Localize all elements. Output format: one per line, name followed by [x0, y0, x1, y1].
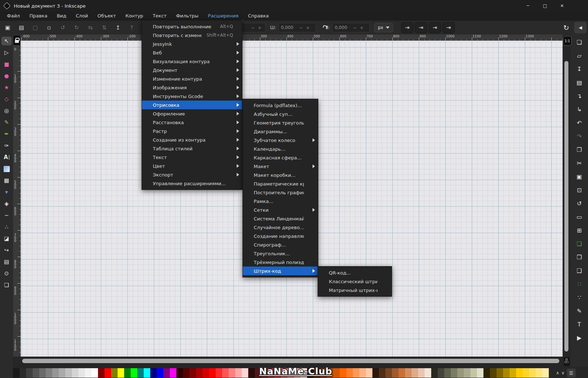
menu-item[interactable]: Цвет — [142, 162, 242, 170]
toolbox-tool-icon[interactable]: ◇ — [1, 95, 12, 103]
menubar-item[interactable]: Справка — [243, 12, 273, 21]
menu-item[interactable]: Экспорт — [142, 170, 242, 179]
height-spinbox[interactable]: 0,000 − + — [332, 23, 370, 32]
palette-swatch[interactable] — [137, 368, 144, 378]
toolbox-tool-icon[interactable]: ↪ — [1, 246, 12, 255]
menu-item[interactable]: Построитель графиков... — [243, 188, 318, 197]
palette-swatch[interactable] — [418, 368, 425, 378]
palette-swatch[interactable] — [483, 368, 490, 378]
lock-guides-button[interactable] — [13, 35, 21, 46]
toolbox-tool-icon[interactable]: ✎ — [1, 118, 12, 127]
toolbox-tool-icon[interactable]: ★ — [1, 83, 12, 92]
close-button[interactable]: ✕ — [554, 0, 571, 12]
palette-swatch[interactable] — [111, 368, 118, 378]
spin-plus-icon[interactable]: + — [256, 25, 263, 31]
palette-swatch[interactable] — [248, 368, 255, 378]
palette-swatch[interactable] — [470, 368, 477, 378]
palette-swatch[interactable] — [431, 368, 438, 378]
palette-swatch[interactable] — [189, 368, 196, 378]
menu-item[interactable]: Создание из контура — [142, 135, 242, 144]
color-management-icon[interactable] — [564, 357, 570, 366]
tool-option-button-icon[interactable]: ↻ — [72, 23, 81, 32]
palette-swatch[interactable] — [529, 368, 536, 378]
palette-swatch[interactable] — [52, 368, 59, 378]
command-button-icon[interactable]: ↴ — [575, 92, 584, 100]
command-button-icon[interactable]: ❑ — [575, 267, 584, 275]
tool-option-button-icon[interactable]: ▤ — [17, 23, 26, 32]
toolbox-tool-icon[interactable]: ◪ — [1, 234, 12, 243]
menu-item[interactable]: Отрисовка — [142, 101, 242, 109]
palette-swatch[interactable] — [444, 368, 451, 378]
transform-toggle-icon[interactable]: ⇥ — [429, 22, 441, 33]
palette-swatch[interactable] — [216, 368, 222, 378]
palette-swatch[interactable] — [144, 368, 150, 378]
palette-swatch[interactable] — [399, 368, 405, 378]
tool-option-button-icon[interactable]: ⇆ — [86, 23, 95, 32]
command-button-icon[interactable]: ▭ — [575, 213, 584, 221]
toolbox-tool-icon[interactable]: ⊙ — [1, 269, 12, 278]
palette-swatch[interactable] — [242, 368, 248, 378]
palette-swatch[interactable] — [425, 368, 431, 378]
collapse-panel-button[interactable]: ◀ — [574, 22, 587, 33]
menu-item[interactable]: QR-код... — [318, 268, 392, 277]
menu-item[interactable]: Повторить с изменениями... Shift+Alt+Q — [142, 31, 242, 40]
menu-item[interactable]: Изменение контура — [142, 74, 242, 83]
palette-swatch[interactable] — [183, 368, 189, 378]
tool-option-button-icon[interactable]: ▣ — [3, 23, 12, 32]
palette-swatch[interactable] — [477, 368, 483, 378]
spin-minus-icon[interactable]: − — [351, 25, 358, 31]
menu-item[interactable]: Расстановка — [142, 118, 242, 127]
command-button-icon[interactable]: ▣ — [575, 172, 584, 180]
palette-swatch[interactable] — [222, 368, 229, 378]
palette-swatch[interactable] — [451, 368, 457, 378]
menu-item[interactable]: Макет — [243, 162, 318, 171]
menubar-item[interactable]: Слой — [71, 12, 93, 21]
minimize-button[interactable]: ─ — [519, 0, 536, 12]
palette-swatch[interactable] — [346, 368, 353, 378]
menu-item[interactable]: Сетки — [243, 206, 318, 214]
width-value[interactable]: 0,000 — [281, 25, 298, 30]
spin-plus-icon[interactable]: + — [358, 25, 365, 31]
toolbox-tool-icon[interactable]: ▾ — [1, 188, 12, 196]
width-spinbox[interactable]: 0,000 − + — [278, 23, 316, 32]
command-button-icon[interactable]: ❐ — [575, 146, 584, 154]
command-button-icon[interactable]: T — [575, 320, 584, 328]
command-button-icon[interactable]: ▤ — [575, 78, 584, 86]
palette-swatch[interactable] — [516, 368, 523, 378]
menu-item[interactable]: Азбучный суп... — [243, 110, 318, 118]
palette-swatch[interactable] — [412, 368, 418, 378]
palette-swatch[interactable] — [196, 368, 203, 378]
palette-swatch[interactable] — [523, 368, 529, 378]
palette-swatch[interactable] — [536, 368, 542, 378]
toolbox-tool-icon[interactable]: ∼ — [1, 211, 12, 220]
palette-swatch[interactable] — [46, 368, 52, 378]
palette-swatch[interactable] — [405, 368, 412, 378]
palette-swatch[interactable] — [170, 368, 176, 378]
palette-swatch[interactable] — [503, 368, 510, 378]
palette-scroll-down-icon[interactable]: ∨ — [562, 370, 565, 375]
palette-swatch[interactable] — [176, 368, 183, 378]
palette-swatch[interactable] — [98, 368, 105, 378]
command-button-icon[interactable]: ↧ — [575, 65, 584, 73]
menu-item[interactable]: Документ — [142, 66, 242, 74]
horizontal-scrollbar[interactable] — [21, 358, 562, 364]
palette-swatch[interactable] — [20, 368, 26, 378]
toolbox-tool-icon[interactable]: A — [1, 153, 12, 162]
menu-item[interactable]: Растр — [142, 127, 242, 135]
menu-item[interactable]: Геометрия треугольника... — [243, 118, 318, 127]
menu-item[interactable]: Календарь... — [243, 145, 318, 153]
palette-swatch[interactable] — [65, 368, 72, 378]
transform-toggle-icon[interactable]: ⇥ — [401, 22, 413, 33]
menubar-item[interactable]: Вид — [52, 12, 71, 21]
toolbox-tool-icon[interactable]: ■ — [1, 60, 12, 69]
menu-item[interactable]: Рамка... — [243, 197, 318, 206]
palette-swatch[interactable] — [85, 368, 91, 378]
menu-item[interactable]: Оформление — [142, 109, 242, 118]
menubar-item[interactable]: Объект — [93, 12, 121, 21]
palette-swatch[interactable] — [203, 368, 209, 378]
palette-swatch[interactable] — [359, 368, 366, 378]
palette-menu-icon[interactable]: ☰ — [567, 369, 576, 377]
toolbox-tool-icon[interactable] — [1, 164, 12, 173]
palette-swatch[interactable] — [163, 368, 170, 378]
toolbox-tool-icon[interactable]: ∴ — [1, 223, 12, 231]
